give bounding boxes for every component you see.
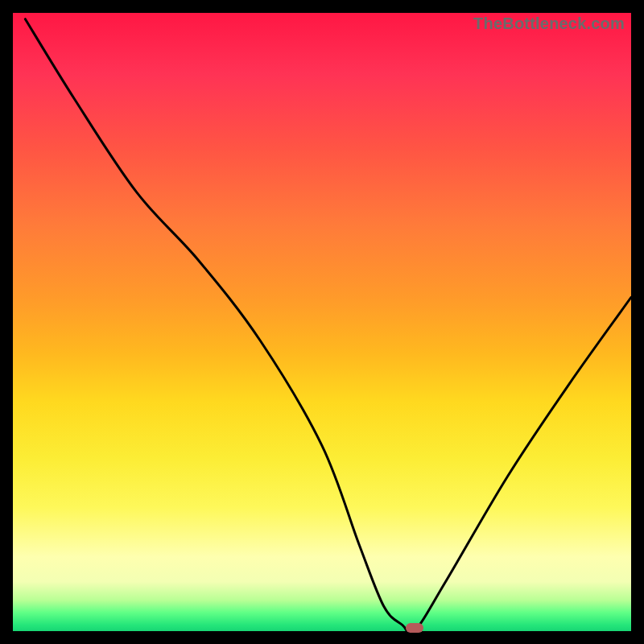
- line-chart-svg: [13, 13, 631, 631]
- plot-area: TheBottleneck.com: [13, 13, 631, 631]
- bottleneck-curve-path: [25, 19, 631, 631]
- chart-container: TheBottleneck.com: [0, 0, 644, 644]
- optimal-marker: [406, 623, 423, 633]
